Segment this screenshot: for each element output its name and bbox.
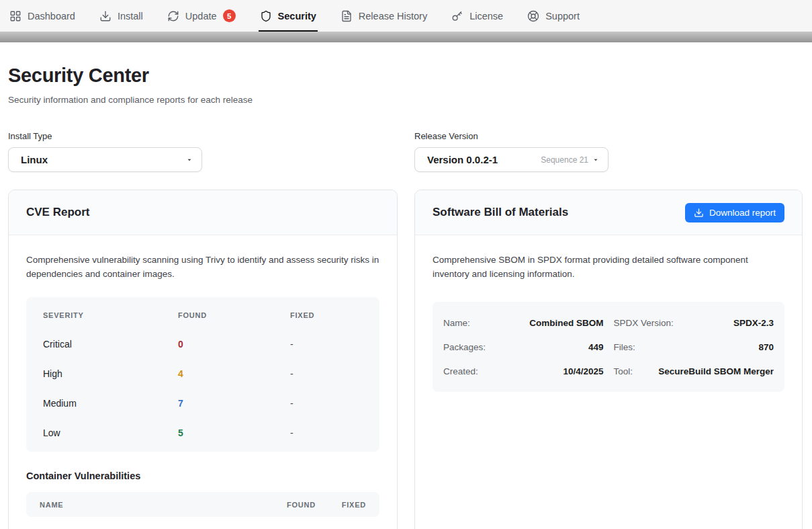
- sbom-info-box: Name: Combined SBOM SPDX Version: SPDX-2…: [433, 302, 784, 392]
- field-label: Created:: [443, 366, 478, 376]
- fixed-count: -: [290, 428, 363, 438]
- nav-item-license[interactable]: License: [451, 0, 503, 32]
- found-column-header: FOUND: [274, 501, 316, 509]
- container-vulnerabilities-title: Container Vulnerabilities: [26, 471, 379, 481]
- field-label: Tool:: [614, 366, 633, 376]
- container-table-header: NAME FOUND FIXED: [26, 492, 379, 517]
- dashboard-grid-icon: [9, 10, 21, 22]
- nav-item-release-history[interactable]: Release History: [341, 0, 427, 32]
- field-label: Files:: [614, 342, 635, 352]
- table-row-critical: Critical 0 -: [26, 329, 379, 359]
- severity-table-header: SEVERITY FOUND FIXED: [26, 301, 379, 329]
- field-label: SPDX Version:: [614, 318, 674, 328]
- download-report-button[interactable]: Download report: [685, 203, 784, 222]
- name-column-header: NAME: [40, 501, 274, 509]
- cve-report-description: Comprehensive vulnerability scanning usi…: [26, 253, 379, 281]
- release-version-filter: Release Version Version 0.0.2-1 Sequence…: [414, 131, 803, 172]
- found-count: 4: [178, 368, 290, 379]
- nav-label-dashboard: Dashboard: [28, 11, 75, 22]
- table-row-high: High 4 -: [26, 359, 379, 389]
- release-version-value: Version 0.0.2-1: [427, 154, 498, 165]
- sbom-field-packages: Packages: 449: [443, 335, 604, 359]
- sbom-field-name: Name: Combined SBOM: [443, 311, 604, 335]
- severity-column-header: SEVERITY: [43, 311, 178, 319]
- sbom-field-created: Created: 10/4/2025: [443, 359, 604, 383]
- field-value: 870: [635, 342, 774, 352]
- chevron-down-icon: [186, 157, 193, 163]
- sbom-field-spdx-version: SPDX Version: SPDX-2.3: [614, 311, 774, 335]
- sbom-field-tool: Tool: SecureBuild SBOM Merger: [614, 359, 774, 383]
- fixed-count: -: [290, 339, 363, 350]
- nav-label-install: Install: [118, 11, 143, 22]
- life-buoy-icon: [527, 10, 539, 22]
- found-count: 7: [178, 398, 290, 409]
- severity-name: Medium: [43, 398, 178, 409]
- nav-label-support: Support: [545, 11, 580, 22]
- sbom-description: Comprehensive SBOM in SPDX format provid…: [433, 253, 784, 281]
- nav-item-install[interactable]: Install: [99, 0, 143, 32]
- nav-label-license: License: [469, 11, 503, 22]
- fixed-column-header: FIXED: [290, 311, 363, 319]
- page-subtitle: Security information and compliance repo…: [8, 95, 804, 105]
- field-value: SecureBuild SBOM Merger: [633, 366, 774, 376]
- field-value: 449: [486, 342, 603, 352]
- download-icon: [99, 10, 111, 22]
- install-type-label: Install Type: [8, 131, 398, 141]
- nav-label-security: Security: [278, 11, 316, 22]
- table-row-low: Low 5 -: [26, 418, 379, 448]
- severity-name: High: [43, 368, 178, 379]
- install-type-select[interactable]: Linux: [8, 147, 202, 172]
- download-report-label: Download report: [709, 208, 776, 218]
- found-count: 0: [178, 339, 290, 350]
- field-label: Packages:: [443, 342, 486, 352]
- sbom-title: Software Bill of Materials: [433, 206, 568, 219]
- cve-report-card: CVE Report Comprehensive vulnerability s…: [8, 190, 398, 529]
- nav-item-update[interactable]: Update 5: [167, 0, 236, 32]
- install-type-filter: Install Type Linux: [8, 131, 398, 172]
- scroll-shadow-band: [0, 32, 812, 42]
- cve-report-card-header: CVE Report: [9, 190, 397, 235]
- sbom-field-files: Files: 870: [614, 335, 774, 359]
- install-type-value: Linux: [21, 154, 48, 165]
- chevron-down-icon: [592, 157, 599, 163]
- nav-item-security[interactable]: Security: [260, 0, 316, 32]
- shield-icon: [260, 10, 272, 22]
- table-row-medium: Medium 7 -: [26, 389, 379, 418]
- nav-label-release-history: Release History: [359, 11, 427, 22]
- top-navigation: Dashboard Install Update 5 Security Rele…: [0, 0, 812, 32]
- fixed-count: -: [290, 368, 363, 379]
- severity-name: Critical: [43, 339, 178, 350]
- fixed-column-header: FIXED: [328, 501, 366, 509]
- severity-name: Low: [43, 428, 178, 438]
- nav-label-update: Update: [185, 11, 217, 22]
- nav-item-support[interactable]: Support: [527, 0, 580, 32]
- release-version-select[interactable]: Version 0.0.2-1 Sequence 21: [414, 147, 608, 172]
- key-icon: [451, 10, 463, 22]
- page-title: Security Center: [8, 65, 804, 87]
- sequence-hint: Sequence 21: [541, 155, 588, 165]
- found-count: 5: [178, 428, 290, 438]
- document-icon: [341, 10, 353, 22]
- fixed-count: -: [290, 398, 363, 409]
- update-count-badge: 5: [223, 9, 236, 22]
- release-version-label: Release Version: [414, 131, 803, 141]
- field-value: Combined SBOM: [470, 318, 604, 328]
- filters-row: Install Type Linux Release Version Versi…: [8, 131, 804, 172]
- sbom-card-header: Software Bill of Materials Download repo…: [415, 190, 802, 235]
- refresh-icon: [167, 10, 179, 22]
- sbom-card: Software Bill of Materials Download repo…: [414, 190, 803, 529]
- severity-table: SEVERITY FOUND FIXED Critical 0 - High 4…: [26, 297, 379, 452]
- download-icon: [694, 208, 704, 218]
- cve-report-title: CVE Report: [26, 206, 89, 219]
- field-value: 10/4/2025: [478, 366, 604, 376]
- field-value: SPDX-2.3: [674, 318, 774, 328]
- nav-item-dashboard[interactable]: Dashboard: [9, 0, 75, 32]
- field-label: Name:: [443, 318, 470, 328]
- found-column-header: FOUND: [178, 311, 290, 319]
